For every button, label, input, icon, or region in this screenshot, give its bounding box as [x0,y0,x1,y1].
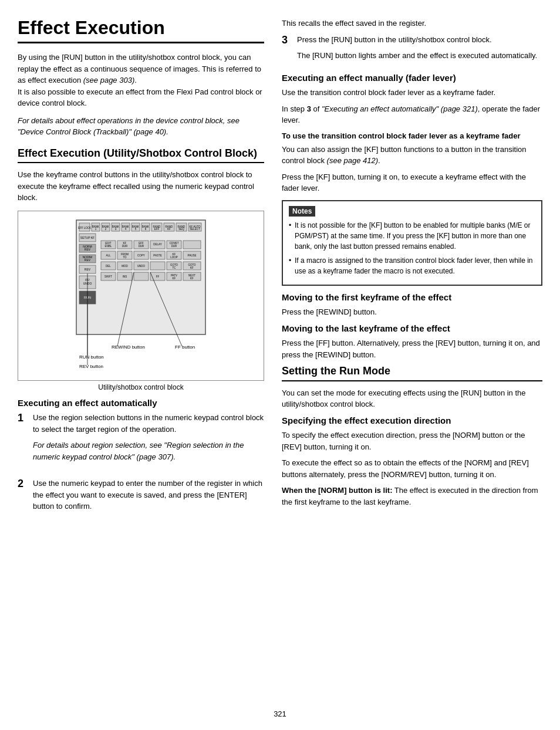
svg-text:DELAY: DELAY [153,243,161,246]
section2-title: Setting the Run Mode [282,365,542,381]
step-1: 1 Use the region selection buttons in th… [18,412,264,472]
svg-text:RUN button: RUN button [79,354,104,360]
direction-body1: To specify the effect execution directio… [282,430,542,452]
svg-text:KF: KF [190,277,194,280]
svg-text:KF: KF [173,277,176,280]
svg-text:DUR: DUR [139,245,144,248]
svg-text:PASTE: PASTE [153,254,161,257]
step-3: 3 Press the [RUN] button in the utility/… [282,34,542,66]
step-2-number: 2 [18,478,29,517]
intro-paragraph: By using the [RUN] button in the utility… [18,52,264,109]
svg-text:REV: REV [85,248,91,251]
note-2: If a macro is assigned to the transition… [289,255,535,276]
moving-last-title: Moving to the last keyframe of the effec… [282,323,542,334]
svg-text:REWIND button: REWIND button [112,344,145,350]
page-title: Effect Execution [18,18,264,43]
direction-title: Specifying the effect execution directio… [282,415,542,427]
svg-text:ALL: ALL [106,254,111,257]
control-block-diagram: EFF LOCK BANK 1 BANK 2 BANK 3 BANK 4 B [18,211,264,381]
step-3-number: 3 [282,34,294,66]
step-1-number: 1 [18,412,29,472]
section1-body: Use the keyframe control buttons in the … [18,169,264,204]
note-1: It is not possible for the [KF] button t… [289,220,535,252]
svg-text:DUR: DUR [122,245,128,248]
svg-text:KF: KF [190,266,194,269]
svg-text:EFF: EFF [154,228,160,231]
svg-text:FF button: FF button [175,344,195,350]
svg-text:DUR: DUR [171,245,177,248]
section1-title: Effect Execution (Utility/Shotbox Contro… [18,147,264,164]
svg-text:SEQ: SEQ [178,228,184,231]
direction-body2: To execute the effect so as to obtain th… [282,457,542,480]
manual-execute-title: Executing an effect manually (fader leve… [282,72,542,84]
intro-italic-note: For details about effect operations in t… [18,115,264,138]
svg-rect-81 [150,262,165,270]
svg-text:LOOP: LOOP [170,256,178,259]
left-column: Effect Execution By using the [RUN] butt… [18,18,264,707]
moving-first-title: Moving to the first keyframe of the effe… [282,292,542,303]
notes-box: Notes It is not possible for the [KF] bu… [282,200,542,286]
moving-first-body: Press the [REWIND] button. [282,306,542,318]
svg-text:EFF LOCK: EFF LOCK [78,227,91,229]
page-container: Effect Execution By using the [RUN] butt… [0,0,560,730]
svg-text:COPY: COPY [137,254,145,257]
svg-text:REV: REV [85,258,91,262]
svg-text:ENBL: ENBL [105,245,112,248]
step-1-italic: For details about region selection, see … [33,440,264,462]
control-block-svg: EFF LOCK BANK 1 BANK 2 BANK 3 BANK 4 B [59,217,223,376]
svg-text:TO: TO [123,256,127,259]
diagram-caption: Utility/shotbox control block [18,383,264,391]
notes-header: Notes [289,206,315,217]
svg-text:KF: KF [167,228,171,231]
svg-text:MOD: MOD [122,265,128,268]
svg-text:SETUP KF: SETUP KF [80,236,95,239]
svg-text:SHIFT: SHIFT [104,275,112,278]
page-number: 321 [0,709,560,718]
section2-body: You can set the mode for executing effec… [282,387,542,410]
svg-text:INS: INS [123,275,127,278]
subsubsection-title: To use the transition control block fade… [282,131,542,141]
right-column: This recalls the effect saved in the reg… [282,18,542,707]
moving-last-body: Press the [FF] button. Alternatively, pr… [282,337,542,360]
step3-intro: This recalls the effect saved in the reg… [282,18,542,29]
subsubsection-body1: You can also assign the [KF] button func… [282,144,542,167]
svg-rect-60 [183,241,201,249]
svg-text:UNDO: UNDO [137,265,146,268]
step-3-result: The [RUN] button lights amber and the ef… [297,50,542,62]
step-3-text: Press the [RUN] button in the utility/sh… [297,34,542,46]
direction-body3: When the [NORM] button is lit: The effec… [282,485,542,508]
svg-text:DEL: DEL [106,265,111,268]
step-2-text: Use the numeric keypad to enter the numb… [33,478,264,512]
step-1-text: Use the region selection buttons in the … [33,412,264,435]
subsubsection-body2: Press the [KF] button, turning it on, to… [282,171,542,194]
svg-text:TC: TC [173,266,177,269]
svg-text:REV button: REV button [79,364,103,369]
svg-text:REV: REV [85,268,91,271]
svg-text:SELECT: SELECT [190,228,200,231]
svg-rect-92 [134,272,149,280]
manual-body2: In step 3 of "Executing an effect automa… [282,103,542,126]
step-2: 2 Use the numeric keypad to enter the nu… [18,478,264,517]
svg-text:PAUSE: PAUSE [188,254,197,257]
manual-body1: Use the transition control block fader l… [282,87,542,99]
svg-text:FF: FF [156,275,160,278]
auto-execute-title: Executing an effect automatically [18,397,264,409]
